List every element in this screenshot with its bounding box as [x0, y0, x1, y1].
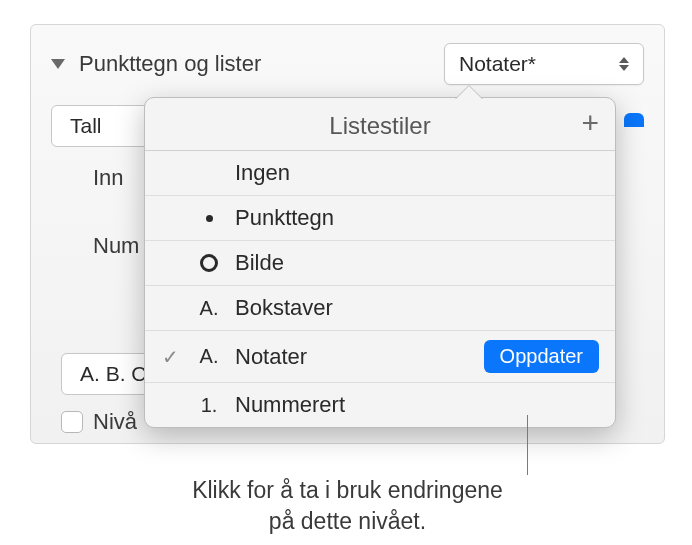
callout-line1: Klikk for å ta i bruk endringene: [192, 477, 503, 503]
style-label: Punkttegn: [235, 205, 599, 231]
dot-icon: [206, 215, 213, 222]
list-styles-popover: Listestiler + Ingen Punkttegn Bilde A. B…: [144, 97, 616, 428]
levels-checkbox-label: Nivå: [93, 409, 137, 435]
style-item-letters[interactable]: A. Bokstaver: [145, 286, 615, 331]
number-label: Num: [93, 233, 139, 259]
bullets-lists-header: Punkttegn og lister Notater*: [31, 25, 664, 97]
checkmark-icon: ✓: [157, 345, 183, 369]
section-title: Punkttegn og lister: [79, 51, 434, 77]
side-labels: Inn Num: [93, 165, 139, 259]
list-style-dropdown[interactable]: Notater*: [444, 43, 644, 85]
bullet-preview: [189, 215, 229, 222]
style-item-none[interactable]: Ingen: [145, 151, 615, 196]
indent-label: Inn: [93, 165, 139, 191]
bullet-preview: A.: [189, 345, 229, 368]
bullet-preview: 1.: [189, 394, 229, 417]
style-item-image[interactable]: Bilde: [145, 241, 615, 286]
list-style-value: Notater*: [459, 52, 536, 76]
style-label: Bilde: [235, 250, 599, 276]
update-button[interactable]: Oppdater: [484, 340, 599, 373]
ring-icon: [200, 254, 218, 272]
toggle-edge: [624, 113, 644, 127]
popover-title: Listestiler: [329, 112, 430, 140]
disclosure-triangle-icon[interactable]: [51, 59, 65, 69]
callout-text: Klikk for å ta i bruk endringene på dett…: [115, 475, 580, 537]
style-label: Notater: [235, 344, 478, 370]
bullet-preview: [189, 254, 229, 272]
levels-checkbox-row: Nivå: [61, 409, 137, 435]
style-label: Bokstaver: [235, 295, 599, 321]
bullet-preview: A.: [189, 297, 229, 320]
style-label: Ingen: [235, 160, 599, 186]
popover-header: Listestiler +: [145, 98, 615, 151]
style-item-numbered[interactable]: 1. Nummerert: [145, 383, 615, 427]
add-style-button[interactable]: +: [581, 108, 599, 138]
callout-line2: på dette nivået.: [269, 508, 426, 534]
style-list: Ingen Punkttegn Bilde A. Bokstaver ✓ A. …: [145, 151, 615, 427]
levels-checkbox[interactable]: [61, 411, 83, 433]
style-label: Nummerert: [235, 392, 599, 418]
callout-leader-line: [527, 415, 528, 475]
style-item-notes[interactable]: ✓ A. Notater Oppdater: [145, 331, 615, 383]
style-item-bullet[interactable]: Punkttegn: [145, 196, 615, 241]
chevrons-icon: [619, 57, 629, 71]
